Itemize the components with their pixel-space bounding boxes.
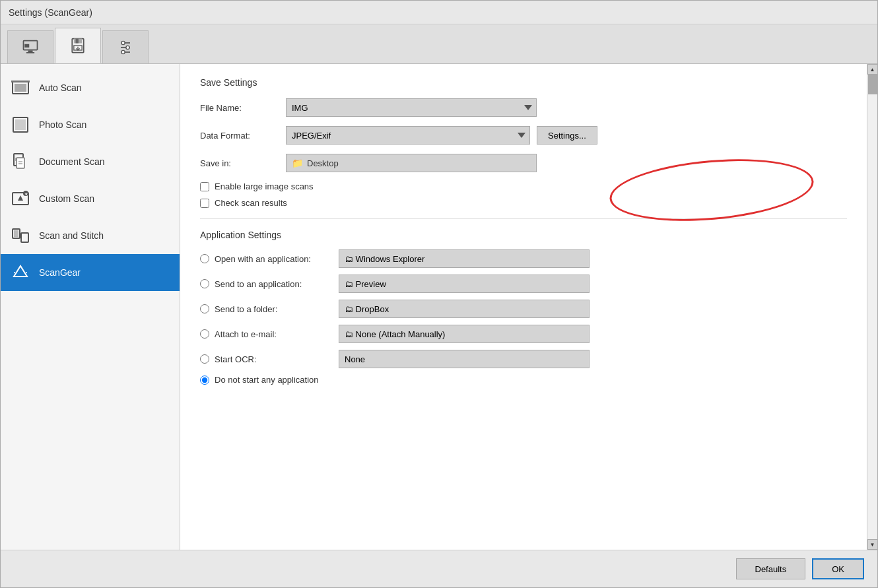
send-app-select[interactable]: 🗂 Preview [339, 275, 590, 293]
data-format-controls: JPEG/Exif Settings... [286, 126, 616, 145]
defaults-button[interactable]: Defaults [736, 558, 806, 579]
sidebar-item-scangear[interactable]: ScanGear [1, 254, 180, 291]
start-ocr-label[interactable]: Start OCR: [200, 354, 332, 364]
file-name-select[interactable]: IMG [286, 98, 537, 117]
scangear-icon [11, 263, 30, 282]
attach-email-select[interactable]: 🗂 None (Attach Manually) [339, 325, 590, 343]
main-window: Settings (ScanGear) [0, 0, 878, 588]
content-area: Save Settings File Name: IMG Data Format… [180, 64, 867, 550]
open-app-label-text: Open with an application: [215, 254, 311, 264]
tab-save[interactable] [55, 28, 101, 63]
send-folder-radio[interactable] [200, 304, 209, 313]
tools-icon [116, 38, 135, 57]
scrollbar: ▲ ▼ [867, 64, 877, 550]
title-bar: Settings (ScanGear) [1, 1, 877, 24]
svg-rect-17 [11, 81, 30, 82]
save-icon [69, 36, 87, 55]
svg-marker-32 [14, 266, 27, 277]
no-app-radio[interactable] [200, 376, 209, 385]
start-ocr-row: Start OCR: None [200, 350, 847, 368]
file-name-control[interactable]: IMG [286, 98, 537, 117]
enable-large-row: Enable large image scans [200, 181, 847, 191]
save-in-row: Save in: 📁 Desktop [200, 154, 847, 172]
custom-scan-icon: ★ [11, 189, 30, 208]
save-settings-title: Save Settings [200, 77, 847, 88]
check-results-label[interactable]: Check scan results [215, 198, 287, 208]
tab-settings[interactable] [102, 30, 149, 63]
open-app-label[interactable]: Open with an application: [200, 254, 332, 264]
save-in-select[interactable]: 📁 Desktop [286, 154, 537, 172]
save-settings-section: Save Settings File Name: IMG Data Format… [200, 77, 847, 208]
send-app-radio[interactable] [200, 279, 209, 288]
enable-large-checkbox[interactable] [200, 182, 209, 191]
send-folder-select[interactable]: 🗂 DropBox [339, 300, 590, 318]
scroll-down-button[interactable]: ▼ [867, 539, 878, 550]
no-app-row: Do not start any application [200, 375, 847, 385]
start-ocr-radio[interactable] [200, 354, 209, 364]
svg-marker-26 [18, 195, 23, 201]
sidebar-item-custom-scan[interactable]: ★ Custom Scan [1, 180, 180, 217]
send-folder-row: Send to a folder: 🗂 DropBox [200, 300, 847, 318]
svg-point-14 [121, 50, 125, 53]
settings-button[interactable]: Settings... [537, 126, 597, 145]
document-scan-icon: PDF [11, 152, 30, 171]
open-app-radio[interactable] [200, 254, 209, 263]
svg-rect-19 [15, 119, 26, 130]
open-app-select[interactable]: 🗂 Windows Explorer [339, 249, 590, 268]
divider [200, 218, 847, 219]
bottom-bar: Defaults OK [1, 550, 877, 587]
sidebar: Auto Scan Photo Scan PDF Doc [1, 64, 180, 550]
scroll-up-button[interactable]: ▲ [867, 64, 878, 75]
attach-email-label-text: Attach to e-mail: [215, 329, 277, 339]
send-app-row: Send to an application: 🗂 Preview [200, 275, 847, 293]
send-folder-label-text: Send to a folder: [215, 304, 277, 314]
send-app-label[interactable]: Send to an application: [200, 279, 332, 289]
sidebar-item-auto-scan[interactable]: Auto Scan [1, 69, 180, 106]
attach-email-row: Attach to e-mail: 🗂 None (Attach Manuall… [200, 325, 847, 343]
app-settings-title: Application Settings [200, 230, 847, 240]
start-ocr-select[interactable]: None [339, 350, 590, 368]
sidebar-label-document-scan: Document Scan [39, 156, 105, 167]
svg-rect-31 [14, 230, 18, 237]
save-in-value: Desktop [307, 158, 339, 168]
file-name-row: File Name: IMG [200, 98, 847, 117]
svg-rect-2 [26, 52, 34, 53]
sidebar-item-scan-and-stitch[interactable]: Scan and Stitch [1, 217, 180, 254]
save-in-label: Save in: [200, 158, 279, 168]
tab-bar [1, 24, 877, 64]
content-wrapper: Save Settings File Name: IMG Data Format… [180, 64, 877, 550]
no-app-label-text: Do not start any application [215, 375, 319, 385]
scroll-thumb[interactable] [868, 75, 877, 94]
auto-scan-icon [11, 79, 30, 97]
svg-rect-16 [15, 84, 26, 92]
data-format-label: Data Format: [200, 131, 279, 141]
main-content: Auto Scan Photo Scan PDF Doc [1, 64, 877, 550]
sidebar-item-photo-scan[interactable]: Photo Scan [1, 106, 180, 143]
svg-rect-3 [24, 44, 29, 47]
data-format-select[interactable]: JPEG/Exif [286, 126, 530, 145]
svg-text:★: ★ [24, 192, 28, 196]
no-app-label[interactable]: Do not start any application [200, 375, 332, 385]
file-name-label: File Name: [200, 103, 279, 113]
sidebar-item-document-scan[interactable]: PDF Document Scan [1, 143, 180, 180]
attach-email-label[interactable]: Attach to e-mail: [200, 329, 332, 339]
svg-point-12 [121, 41, 125, 44]
sidebar-label-auto-scan: Auto Scan [39, 82, 82, 93]
sidebar-label-scan-and-stitch: Scan and Stitch [39, 230, 104, 241]
scroll-track [868, 75, 877, 539]
tab-scan[interactable] [7, 30, 53, 63]
open-app-row: Open with an application: 🗂 Windows Expl… [200, 249, 847, 268]
enable-large-label[interactable]: Enable large image scans [215, 181, 314, 191]
send-folder-label[interactable]: Send to a folder: [200, 304, 332, 314]
svg-rect-1 [28, 50, 33, 52]
svg-point-13 [126, 46, 129, 49]
start-ocr-label-text: Start OCR: [215, 354, 257, 364]
scan-stitch-icon [11, 226, 30, 245]
ok-button[interactable]: OK [812, 558, 864, 579]
check-results-row: Check scan results [200, 198, 847, 208]
attach-email-radio[interactable] [200, 329, 209, 339]
sidebar-label-photo-scan: Photo Scan [39, 119, 86, 130]
check-results-checkbox[interactable] [200, 199, 209, 208]
data-format-row: Data Format: JPEG/Exif Settings... [200, 126, 847, 145]
folder-icon: 📁 [292, 158, 303, 168]
